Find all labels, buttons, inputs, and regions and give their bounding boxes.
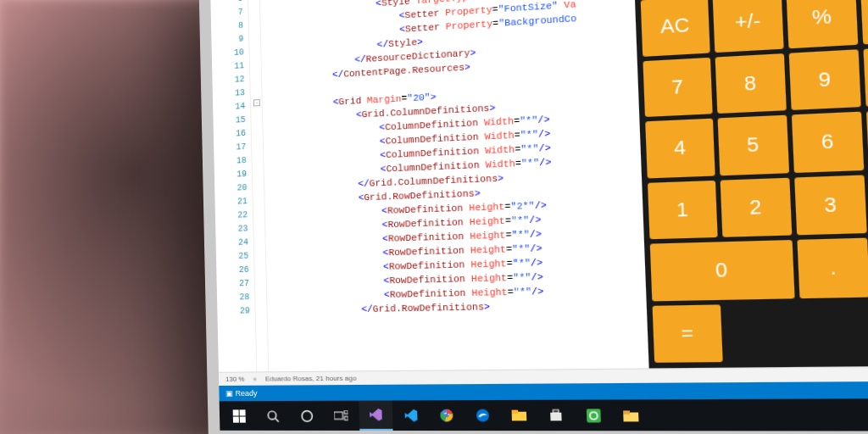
svg-rect-14 — [586, 409, 600, 422]
calc-button-op[interactable]: % — [786, 0, 859, 48]
line-number: 16 — [215, 127, 246, 142]
svg-rect-13 — [553, 410, 559, 413]
line-number: 26 — [218, 264, 249, 278]
calc-button-AC[interactable]: AC — [641, 0, 710, 56]
svg-rect-4 — [344, 410, 348, 414]
ms-store-icon[interactable] — [538, 400, 575, 431]
calc-button-op[interactable]: / — [860, 0, 868, 44]
file-explorer-icon[interactable] — [501, 400, 537, 431]
line-number: 21 — [216, 195, 248, 209]
line-number: 25 — [218, 250, 249, 264]
line-number: 29 — [219, 304, 250, 319]
search-button[interactable] — [256, 401, 289, 431]
calc-button-9[interactable]: 9 — [788, 49, 861, 110]
line-number: 22 — [217, 209, 248, 223]
svg-rect-12 — [550, 413, 561, 421]
cortana-button[interactable] — [290, 401, 323, 431]
calc-button-6[interactable]: 6 — [791, 112, 864, 173]
code-editor[interactable]: 5678910111213141516171819202122232425262… — [210, 0, 649, 372]
task-view-button[interactable] — [325, 401, 359, 431]
chrome-icon[interactable] — [429, 400, 464, 431]
start-button[interactable] — [223, 401, 255, 431]
vscode-icon[interactable] — [394, 400, 429, 431]
svg-line-1 — [275, 418, 278, 421]
edge-icon[interactable] — [465, 400, 501, 431]
svg-rect-3 — [334, 412, 342, 419]
line-number: 14 — [214, 100, 245, 115]
calculator-keypad: AC+/-%/789*456-123+0.= — [641, 0, 868, 363]
git-blame: Eduardo Rosas, 21 hours ago — [265, 375, 357, 383]
line-number: 27 — [218, 277, 249, 292]
calc-button-op[interactable]: . — [797, 238, 868, 298]
calc-button-op[interactable]: * — [864, 45, 868, 107]
line-number: 13 — [214, 86, 245, 102]
calc-button-8[interactable]: 8 — [715, 53, 786, 114]
svg-point-0 — [268, 411, 276, 420]
line-number: 24 — [217, 236, 248, 250]
code-area[interactable]: <ContentPage.Resources> <ResourceDiction… — [259, 0, 648, 371]
line-number: 28 — [219, 291, 250, 305]
calc-button-7[interactable]: 7 — [643, 57, 712, 117]
svg-rect-5 — [344, 416, 348, 420]
line-number: 20 — [216, 181, 248, 196]
svg-rect-17 — [623, 410, 630, 414]
calc-button-4[interactable]: 4 — [645, 119, 715, 178]
calc-button-5[interactable]: 5 — [717, 115, 788, 175]
calc-button-3[interactable]: 3 — [794, 175, 868, 235]
status-ready: ▣ Ready — [225, 389, 257, 398]
calc-button-op[interactable]: = — [653, 304, 723, 363]
line-number: 15 — [214, 114, 245, 129]
line-number: 17 — [215, 141, 247, 156]
visual-studio-icon[interactable] — [359, 400, 392, 431]
xaml-previewer: 0 AC+/-%/789*456-123+0.= — [633, 0, 868, 368]
calc-button-0[interactable]: 0 — [650, 240, 794, 301]
line-number: 18 — [215, 154, 247, 170]
calc-button-opopop[interactable]: +/- — [712, 0, 783, 53]
svg-point-2 — [301, 410, 311, 420]
folder-icon[interactable] — [612, 399, 649, 431]
line-number: 19 — [216, 168, 248, 182]
camtasia-icon[interactable] — [575, 399, 611, 431]
calc-button-2[interactable]: 2 — [720, 177, 791, 237]
zoom-level[interactable]: 130 % — [225, 376, 245, 383]
calc-button-1[interactable]: 1 — [648, 180, 717, 239]
windows-taskbar: ˄ 👤 ▭ 🔊 ▮▯ ⚲ — [220, 398, 868, 431]
svg-rect-11 — [512, 410, 519, 414]
line-number: 23 — [217, 222, 248, 236]
laptop-screen: 5678910111213141516171819202122232425262… — [198, 0, 868, 434]
